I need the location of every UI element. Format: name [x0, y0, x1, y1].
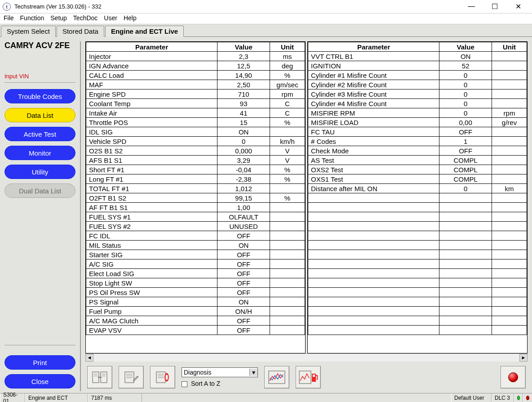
maximize-button[interactable]: ☐: [488, 2, 501, 11]
table-row[interactable]: AF FT B1 S11,00: [86, 203, 305, 212]
table-row[interactable]: Cylinder #3 Misfire Count0: [308, 89, 527, 99]
table-row[interactable]: Coolant Temp93C: [86, 99, 305, 108]
table-row[interactable]: [308, 297, 527, 307]
scroll-track[interactable]: [93, 354, 519, 362]
tab-engine-ect-live[interactable]: Engine and ECT Live: [105, 26, 184, 37]
table-row[interactable]: FC IDLOFF: [86, 231, 305, 241]
table-row[interactable]: Cylinder #1 Misfire Count0: [308, 71, 527, 80]
table-row[interactable]: Short FT #1-0,04%: [86, 165, 305, 174]
table-row[interactable]: [308, 203, 527, 212]
record-button[interactable]: [501, 366, 526, 389]
menu-file[interactable]: File: [4, 14, 14, 24]
table-row[interactable]: [308, 259, 527, 269]
table-row[interactable]: MAF2,50gm/sec: [86, 80, 305, 89]
table-row[interactable]: AFS B1 S13,29V: [86, 156, 305, 165]
sort-checkbox-row[interactable]: Sort A to Z: [182, 380, 258, 387]
col-value[interactable]: Value: [217, 42, 270, 52]
col-unit[interactable]: Unit: [492, 42, 527, 52]
table-row[interactable]: PS SignalON: [86, 297, 305, 307]
col-unit[interactable]: Unit: [270, 42, 305, 52]
table-row[interactable]: IDL SIGON: [86, 127, 305, 137]
utility-button[interactable]: Utility: [4, 165, 75, 179]
table-row[interactable]: Fuel PumpON/H: [86, 307, 305, 316]
table-row[interactable]: Intake Air41C: [86, 108, 305, 118]
close-button[interactable]: Close: [4, 374, 75, 389]
table-row[interactable]: FUEL SYS #2UNUSED: [86, 222, 305, 231]
table-row[interactable]: Throttle POS15%: [86, 118, 305, 127]
table-row[interactable]: [308, 288, 527, 297]
tab-stored-data[interactable]: Stored Data: [57, 26, 104, 37]
table-row[interactable]: FC TAUOFF: [308, 127, 527, 137]
graph-button[interactable]: [264, 366, 289, 389]
table-row[interactable]: Cylinder #2 Misfire Count0: [308, 80, 527, 89]
table-row[interactable]: [308, 250, 527, 259]
monitor-button[interactable]: Monitor: [4, 146, 75, 160]
table-row[interactable]: TOTAL FT #11,012: [86, 184, 305, 193]
table-row[interactable]: MISFIRE LOAD0,00g/rev: [308, 118, 527, 127]
table-row[interactable]: Injector2,3ms: [86, 52, 305, 61]
minimize-button[interactable]: —: [465, 2, 478, 11]
compare-layout-button[interactable]: [87, 366, 112, 389]
close-window-button[interactable]: ✕: [511, 2, 525, 11]
table-row[interactable]: Elect Load SIGOFF: [86, 269, 305, 278]
table-row[interactable]: FUEL SYS #1OLFAULT: [86, 212, 305, 222]
col-value[interactable]: Value: [439, 42, 492, 52]
table-row[interactable]: Starter SIGOFF: [86, 250, 305, 259]
horizontal-scrollbar[interactable]: ◄ ►: [85, 353, 528, 362]
table-row[interactable]: [308, 269, 527, 278]
graph-fuel-button[interactable]: [296, 366, 321, 389]
table-row[interactable]: VVT CTRL B1ON: [308, 52, 527, 61]
scroll-left-button[interactable]: ◄: [85, 354, 93, 362]
table-row[interactable]: Engine SPD710rpm: [86, 89, 305, 99]
trouble-codes-button[interactable]: Trouble Codes: [4, 89, 75, 103]
table-row[interactable]: O2FT B1 S299,15%: [86, 193, 305, 203]
table-row[interactable]: Stop Light SWOFF: [86, 278, 305, 288]
table-row[interactable]: [308, 316, 527, 326]
table-row[interactable]: EVAP VSVOFF: [86, 326, 305, 335]
menu-user[interactable]: User: [104, 14, 117, 24]
table-row[interactable]: [308, 241, 527, 250]
table-row[interactable]: Vehicle SPD0km/h: [86, 137, 305, 146]
table-row[interactable]: [308, 278, 527, 288]
cell-unit: [270, 316, 305, 326]
table-row[interactable]: [308, 231, 527, 241]
table-row[interactable]: IGN Advance12,5deg: [86, 61, 305, 71]
col-parameter[interactable]: Parameter: [308, 42, 439, 52]
table-row[interactable]: [308, 307, 527, 316]
print-button[interactable]: Print: [4, 355, 75, 370]
table-row[interactable]: [308, 212, 527, 222]
active-test-button[interactable]: Active Test: [4, 127, 75, 141]
table-row[interactable]: AS TestCOMPL: [308, 156, 527, 165]
filter-dropdown[interactable]: Diagnosis ▾: [182, 367, 258, 377]
table-row[interactable]: Check ModeOFF: [308, 146, 527, 156]
menu-techdoc[interactable]: TechDoc: [73, 14, 98, 24]
table-row[interactable]: [308, 326, 527, 335]
table-row[interactable]: # Codes1: [308, 137, 527, 146]
menu-setup[interactable]: Setup: [50, 14, 67, 24]
menu-function[interactable]: Function: [20, 14, 44, 24]
table-row[interactable]: Long FT #1-2,38%: [86, 174, 305, 184]
table-row[interactable]: [308, 193, 527, 203]
table-row[interactable]: Cylinder #4 Misfire Count0: [308, 99, 527, 108]
table-row[interactable]: A/C MAG ClutchOFF: [86, 316, 305, 326]
table-row[interactable]: PS Oil Press SWOFF: [86, 288, 305, 297]
data-list-button[interactable]: Data List: [4, 108, 75, 122]
tab-system-select[interactable]: System Select: [1, 26, 56, 37]
select-params-button[interactable]: [119, 366, 144, 389]
all-params-button[interactable]: [150, 366, 175, 389]
table-row[interactable]: CALC Load14,90%: [86, 71, 305, 80]
table-row[interactable]: MISFIRE RPM0rpm: [308, 108, 527, 118]
table-row[interactable]: OXS2 TestCOMPL: [308, 165, 527, 174]
table-row[interactable]: MIL StatusON: [86, 241, 305, 250]
table-row[interactable]: Distance after MIL ON0km: [308, 184, 527, 193]
table-row[interactable]: A/C SIGOFF: [86, 259, 305, 269]
table-row[interactable]: [308, 222, 527, 231]
sort-checkbox[interactable]: [182, 381, 187, 387]
table-row[interactable]: OXS1 TestCOMPL: [308, 174, 527, 184]
col-parameter[interactable]: Parameter: [86, 42, 217, 52]
scroll-right-button[interactable]: ►: [519, 354, 528, 362]
dual-data-list-button[interactable]: Dual Data List: [4, 183, 75, 198]
table-row[interactable]: O2S B1 S20,000V: [86, 146, 305, 156]
table-row[interactable]: IGNITION52: [308, 61, 527, 71]
menu-help[interactable]: Help: [124, 14, 137, 24]
